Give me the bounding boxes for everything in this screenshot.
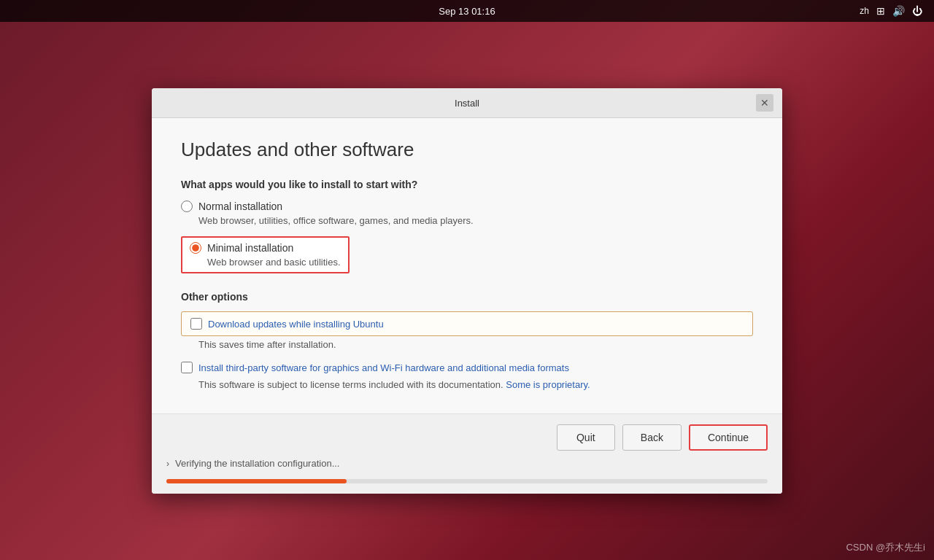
minimal-installation-radio[interactable] [190, 242, 201, 254]
other-options-header: Other options [181, 291, 753, 303]
minimal-installation-label[interactable]: Minimal installation [207, 242, 293, 254]
download-updates-desc: This saves time after installation. [198, 339, 753, 350]
third-party-option: Install third-party software for graphic… [181, 359, 753, 390]
minimal-installation-desc: Web browser and basic utilities. [207, 257, 341, 268]
normal-installation-radio[interactable] [181, 201, 193, 212]
page-title: Updates and other software [181, 139, 753, 161]
dialog-wrapper: Install ✕ Updates and other software Wha… [0, 22, 934, 560]
footer-status: › Verifying the installation configurati… [166, 458, 768, 469]
close-button[interactable]: ✕ [756, 94, 773, 112]
quit-button[interactable]: Quit [557, 424, 615, 451]
taskbar: Sep 13 01:16 zh ⊞ 🔊 ⏻ [0, 0, 934, 22]
third-party-checkbox[interactable] [181, 362, 193, 373]
normal-installation-label[interactable]: Normal installation [198, 201, 282, 212]
third-party-desc: This software is subject to license term… [198, 379, 753, 390]
dialog-titlebar: Install ✕ [152, 88, 782, 118]
dialog-title: Install [178, 98, 756, 109]
third-party-row: Install third-party software for graphic… [181, 359, 753, 376]
download-updates-option: Download updates while installing Ubuntu… [181, 311, 753, 350]
progress-bar [166, 479, 347, 483]
download-updates-label[interactable]: Download updates while installing Ubuntu [208, 319, 384, 330]
progress-bar-container [166, 479, 768, 483]
datetime-label: Sep 13 01:16 [439, 6, 495, 17]
third-party-desc-part1: This software is subject to license term… [198, 379, 503, 390]
power-icon[interactable]: ⏻ [912, 5, 922, 17]
normal-installation-desc: Web browser, utilities, office software,… [198, 215, 753, 226]
dialog-body: Updates and other software What apps wou… [152, 118, 782, 413]
minimal-installation-box: Minimal installation Web browser and bas… [181, 236, 350, 273]
download-updates-checkbox[interactable] [190, 318, 202, 330]
third-party-desc-part2[interactable]: Some is proprietary. [506, 379, 590, 390]
normal-installation-option: Normal installation Web browser, utiliti… [181, 201, 753, 232]
footer-buttons: Quit Back Continue [166, 424, 768, 451]
status-text: Verifying the installation configuration… [175, 458, 339, 469]
install-dialog: Install ✕ Updates and other software Wha… [152, 88, 782, 494]
continue-button[interactable]: Continue [689, 424, 768, 451]
download-updates-row: Download updates while installing Ubuntu [181, 311, 753, 336]
third-party-label[interactable]: Install third-party software for graphic… [198, 362, 569, 373]
dialog-footer: Quit Back Continue › Verifying the insta… [152, 413, 782, 494]
chevron-right-icon: › [166, 459, 169, 469]
volume-icon[interactable]: 🔊 [892, 5, 905, 17]
network-icon[interactable]: ⊞ [876, 5, 885, 17]
back-button[interactable]: Back [622, 424, 682, 451]
language-label: zh [860, 6, 869, 16]
watermark: CSDN @乔木先生i [846, 541, 925, 554]
section-question: What apps would you like to install to s… [181, 179, 753, 190]
